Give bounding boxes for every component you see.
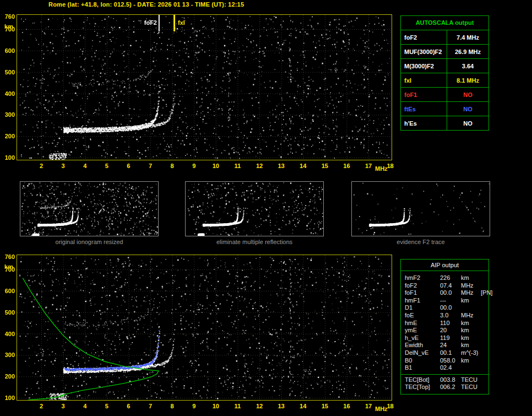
aip-param-name: hmF2 [405, 274, 440, 282]
x-axis-unit: MHz [375, 165, 393, 172]
autoscala-param-label: ftEs [401, 102, 447, 116]
aip-param-extra: [PN] [481, 289, 492, 297]
aip-param-name: DelN_vE [405, 349, 440, 357]
aip-param-unit: km [461, 274, 481, 282]
aip-param-name: D1 [405, 304, 440, 312]
autoscala-param-value: 3.64 [447, 59, 488, 73]
aip-param-value: 20 [440, 327, 461, 334]
x-axis-tick: 10 [209, 403, 222, 409]
x-axis-tick: 10 [209, 163, 222, 169]
autoscala-param-value: 7.4 MHz [447, 30, 488, 44]
aip-param-extra [481, 334, 488, 342]
autoscala-param-label: M(3000)F2 [401, 59, 447, 73]
y-axis-tick: 200 [0, 133, 15, 139]
aip-row: h_vE 119 km [401, 334, 488, 342]
aip-param-unit: m^(-3) [461, 349, 481, 357]
x-axis-tick: 11 [231, 403, 244, 409]
aip-param-name: TEC[Bot] [405, 376, 440, 384]
aip-param-name: ymE [405, 327, 440, 334]
x-axis-tick: 16 [340, 403, 353, 409]
x-axis-unit: MHz [375, 406, 393, 412]
x-axis-tick: 15 [318, 403, 332, 409]
autoscala-param-value: NO [447, 116, 488, 130]
aip-row: foE 3.0 MHz [401, 312, 488, 320]
x-axis-tick: 7 [144, 403, 157, 409]
x-axis-tick: 8 [166, 163, 179, 169]
y-axis-unit: km [0, 263, 13, 270]
x-axis-tick: 7 [144, 163, 157, 169]
x-axis-tick: 17 [362, 403, 375, 409]
x-axis-tick: 12 [253, 403, 266, 409]
aip-param-extra [481, 357, 488, 365]
aip-param-unit: km [461, 357, 481, 365]
thumbnail-caption-original: original ionogram resized [20, 239, 159, 245]
aip-row: foF1 00.0 MHz [PN] [401, 289, 488, 297]
aip-param-value: 24 [440, 342, 461, 349]
y-axis-tick: 760 [0, 253, 15, 260]
aip-param-value: --- [440, 297, 461, 305]
aip-row: ymE 20 km [401, 327, 488, 334]
autoscala-param-label: fxI [401, 73, 447, 87]
aip-param-unit: TECU [461, 376, 481, 384]
autoscala-row: foF2 7.4 MHz [401, 30, 488, 44]
aip-param-extra [481, 349, 488, 357]
autoscala-row: h'Es NO [401, 116, 488, 130]
x-axis-tick: 13 [275, 403, 288, 409]
ionogram-aip-plot [17, 255, 392, 401]
thumbnail-eliminate-reflections [185, 181, 324, 236]
aip-param-value: 003.8 [440, 376, 461, 384]
autoscala-row: fxI 8.1 MHz [401, 73, 488, 87]
thumbnail-original-ionogram [20, 181, 159, 236]
x-axis-tick: 2 [35, 163, 48, 169]
autoscala-row: foF1 NO [401, 87, 488, 101]
thumbnail-evidence-canvas [352, 182, 490, 236]
ionogram-autoscala-plot: foF2 fxI [17, 14, 392, 160]
y-axis-unit: km [0, 23, 13, 30]
aip-param-unit [461, 364, 481, 372]
aip-param-unit: km [461, 342, 481, 349]
aip-param-unit: MHz [461, 282, 481, 290]
aip-param-value: 058.0 [440, 357, 461, 365]
x-axis-tick: 3 [57, 163, 70, 169]
aip-param-name: h_vE [405, 334, 440, 342]
aip-row: B0 058.0 km [401, 357, 488, 365]
autoscala-param-label: MUF(3000)F2 [401, 45, 447, 58]
x-axis-tick: 5 [100, 403, 113, 409]
thumbnail-eliminate-canvas [186, 182, 323, 236]
aip-param-extra [481, 376, 488, 384]
x-axis-tick: 6 [122, 163, 135, 169]
autoscala-table-title: AUTOSCALA output [401, 16, 488, 30]
aip-param-value: 110 [440, 320, 461, 327]
aip-row: hmF1 --- km [401, 297, 488, 305]
thumbnail-original-canvas [20, 182, 158, 236]
aip-param-unit: MHz [461, 289, 481, 297]
aip-param-extra [481, 297, 488, 305]
aip-table-title: AIP output [401, 260, 488, 271]
aip-param-extra [481, 282, 488, 290]
x-axis-tick: 6 [122, 403, 135, 409]
aip-param-name: Ewidth [405, 342, 440, 349]
y-axis-tick: 600 [0, 47, 15, 54]
y-axis-tick: 600 [0, 288, 15, 294]
x-axis-tick: 5 [100, 163, 113, 169]
aip-param-unit: km [461, 297, 481, 305]
aip-param-name: hmF1 [405, 297, 440, 305]
aip-param-value: 02.4 [440, 364, 461, 372]
aip-param-extra [481, 274, 488, 282]
fxi-marker-label: fxI [178, 19, 185, 26]
autoscala-param-value: 8.1 MHz [447, 73, 488, 87]
ionogram-aip-canvas [17, 255, 392, 400]
autoscala-row: MUF(3000)F2 26.9 MHz [401, 44, 488, 58]
aip-param-unit: km [461, 334, 481, 342]
aip-param-value: 00.0 [440, 304, 461, 312]
aip-row: TEC[Top] 006.2 TECU [401, 383, 488, 391]
aip-tec-separator [401, 374, 488, 375]
aip-param-value: 006.2 [440, 383, 461, 391]
x-axis-tick: 2 [35, 403, 48, 409]
aip-param-extra [481, 327, 488, 334]
x-axis-tick: 12 [253, 163, 266, 169]
x-axis-tick: 14 [296, 403, 310, 409]
autoscala-row: M(3000)F2 3.64 [401, 58, 488, 73]
aip-param-extra [481, 320, 488, 327]
x-axis-tick: 8 [166, 403, 179, 409]
